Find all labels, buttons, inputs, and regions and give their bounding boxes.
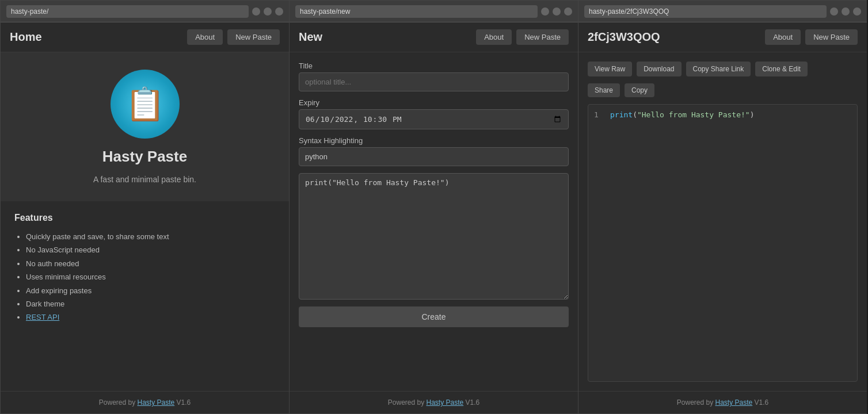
app-subtitle: A fast and minimal paste bin. [93,175,196,184]
code-line-1: 1 print("Hello from Hasty Paste!") [594,110,851,119]
browser-window-view: hasty-paste/2fCj3W3QOQ 2fCj3W3QOQ About … [578,0,867,414]
browser-window-new: hasty-paste/new New About New Paste Titl… [289,0,578,414]
document-icon: 📋 [125,85,165,123]
about-button-new[interactable]: About [476,29,512,45]
syntax-input[interactable] [299,147,569,166]
copy-share-link-button[interactable]: Copy Share Link [686,62,751,76]
download-button[interactable]: Download [637,62,681,76]
expiry-input[interactable] [299,109,569,129]
about-button-view[interactable]: About [765,29,801,45]
clone-edit-button[interactable]: Clone & Edit [755,62,808,76]
title-input[interactable] [299,72,569,91]
titlebar-home: hasty-paste/ [1,1,289,22]
feature-item-2: No JavaScript needed [26,243,275,256]
share-button[interactable]: Share [588,83,620,97]
window-btn-8[interactable] [842,7,850,16]
content-group [299,173,569,300]
titlebar-new: hasty-paste/new [290,1,578,22]
feature-item-3: No auth needed [26,257,275,270]
syntax-label: Syntax Highlighting [299,136,569,145]
footer-text-before-view: Powered by [677,398,715,407]
footer-view: Powered by Hasty Paste V1.6 [578,391,867,413]
syntax-group: Syntax Highlighting [299,136,569,166]
window-btn-9[interactable] [853,7,861,16]
footer-link-home[interactable]: Hasty Paste [137,398,174,407]
footer-link-new[interactable]: Hasty Paste [426,398,463,407]
new-paste-button-home[interactable]: New Paste [227,29,280,45]
navbar-new: New About New Paste [290,22,578,52]
browser-window-home: hasty-paste/ Home About New Paste 📋 Hast… [0,0,289,414]
line-number-1: 1 [594,110,603,119]
create-button[interactable]: Create [299,306,569,327]
page-title-home: Home [10,30,42,44]
code-block: 1 print("Hello from Hasty Paste!") [588,104,858,382]
window-btn-7[interactable] [830,7,838,16]
features-list: Quickly paste and save, to share some te… [14,230,275,324]
new-paste-button-view[interactable]: New Paste [805,29,858,45]
feature-item-7: REST API [26,310,275,324]
paste-actions: View Raw Download Copy Share Link Clone … [588,62,858,76]
code-paren-close: ) [750,110,755,119]
footer-text-after-new: V1.6 [463,398,479,407]
copy-button[interactable]: Copy [625,83,654,97]
url-bar-view[interactable]: hasty-paste/2fCj3W3QOQ [584,5,827,18]
feature-item-6: Dark theme [26,297,275,310]
footer-text-before-home: Powered by [99,398,138,407]
window-btn-1[interactable] [252,7,260,16]
expiry-group: Expiry [299,98,569,129]
window-btn-6[interactable] [564,7,572,16]
window-btn-2[interactable] [264,7,272,16]
app-content-home: Home About New Paste 📋 Hasty Paste A fas… [1,22,289,413]
navbar-view: 2fCj3W3QOQ About New Paste [578,22,867,52]
app-content-new: New About New Paste Title Expiry Syntax … [290,22,578,413]
code-content: print("Hello from Hasty Paste!") [610,110,754,119]
title-label: Title [299,62,569,70]
logo-circle: 📋 [111,70,180,139]
window-btn-3[interactable] [275,7,283,16]
home-hero: 📋 Hasty Paste A fast and minimal paste b… [1,52,289,201]
rest-api-link[interactable]: REST API [26,313,59,321]
footer-text-before-new: Powered by [388,398,427,407]
url-bar-new[interactable]: hasty-paste/new [295,5,538,18]
code-string-hello: "Hello from Hasty Paste!" [637,110,750,119]
page-title-new: New [299,30,322,44]
feature-item-1: Quickly paste and save, to share some te… [26,230,275,243]
navbar-actions-new: About New Paste [476,29,569,45]
code-paren-open: ( [633,110,637,119]
view-paste-content: View Raw Download Copy Share Link Clone … [578,52,867,391]
features-section: Features Quickly paste and save, to shar… [1,201,289,391]
navbar-actions-view: About New Paste [765,29,858,45]
title-group: Title [299,62,569,91]
titlebar-view: hasty-paste/2fCj3W3QOQ [578,1,867,22]
url-bar-home[interactable]: hasty-paste/ [6,5,249,18]
navbar-actions-home: About New Paste [187,29,280,45]
footer-text-after-home: V1.6 [174,398,191,407]
expiry-label: Expiry [299,98,569,107]
footer-text-after-view: V1.6 [752,398,768,407]
code-keyword-print: print [610,110,633,119]
app-name: Hasty Paste [102,148,187,166]
window-btn-5[interactable] [553,7,561,16]
footer-link-view[interactable]: Hasty Paste [715,398,752,407]
feature-item-4: Uses minimal resources [26,270,275,283]
features-title: Features [14,213,275,223]
window-btn-4[interactable] [541,7,549,16]
content-textarea[interactable] [299,173,569,300]
footer-home: Powered by Hasty Paste V1.6 [1,391,289,413]
app-content-view: 2fCj3W3QOQ About New Paste View Raw Down… [578,22,867,413]
feature-item-5: Add expiring pastes [26,284,275,297]
about-button-home[interactable]: About [187,29,223,45]
new-paste-form: Title Expiry Syntax Highlighting Create [290,52,578,391]
navbar-home: Home About New Paste [1,22,289,52]
footer-new: Powered by Hasty Paste V1.6 [290,391,578,413]
new-paste-button-new[interactable]: New Paste [516,29,569,45]
share-copy-row: Share Copy [588,83,858,97]
view-raw-button[interactable]: View Raw [588,62,632,76]
page-title-view: 2fCj3W3QOQ [588,30,660,44]
